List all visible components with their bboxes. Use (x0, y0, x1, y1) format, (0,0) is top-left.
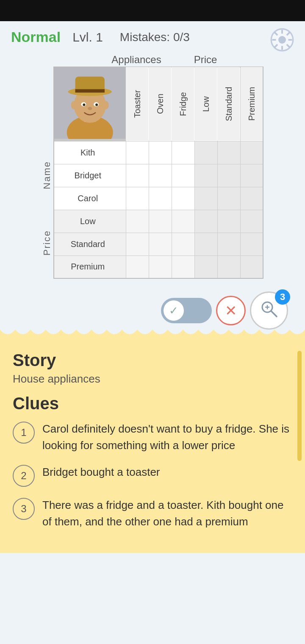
grid-cell[interactable] (172, 187, 194, 210)
grid-cell[interactable] (126, 233, 149, 255)
grid-cell-disabled (240, 164, 263, 187)
grid-cell-disabled (194, 141, 217, 164)
grid-cell-disabled (194, 233, 217, 255)
grid-cell[interactable] (126, 210, 149, 233)
clue-number-1: 1 (13, 422, 35, 444)
grid-cell[interactable] (149, 187, 172, 210)
svg-point-1 (278, 36, 286, 44)
clue-number-2: 2 (13, 465, 35, 487)
grid-cell[interactable] (172, 164, 194, 187)
hint-button[interactable]: 3 (250, 291, 288, 330)
grid-cell[interactable] (126, 164, 149, 187)
grid-cell-disabled (194, 255, 217, 278)
svg-point-23 (103, 101, 109, 109)
grid-cell-disabled (194, 187, 217, 210)
grid-cell[interactable] (172, 141, 194, 164)
check-toggle[interactable]: ✓ (161, 298, 212, 323)
grid-cell-disabled (217, 164, 240, 187)
row-header-premium: Premium (54, 255, 126, 278)
row-header-bridget: Bridget (54, 164, 126, 187)
grid-cell[interactable] (149, 210, 172, 233)
grid-cell[interactable] (172, 233, 194, 255)
story-section: Story House appliances Clues 1 Carol def… (0, 338, 305, 553)
appliances-category-header: Appliances (102, 54, 171, 66)
grid-cell-disabled (217, 141, 240, 164)
grid-cell-disabled (240, 255, 263, 278)
col-header-low: Low (194, 67, 217, 141)
settings-icon[interactable] (270, 28, 294, 52)
x-button[interactable]: ✕ (216, 296, 246, 325)
story-subtitle: House appliances (13, 372, 292, 386)
grid-cell-disabled (240, 233, 263, 255)
row-header-low: Low (54, 210, 126, 233)
svg-rect-16 (75, 89, 105, 93)
status-bar (0, 0, 305, 21)
story-title: Story (13, 351, 292, 370)
svg-point-20 (95, 103, 98, 106)
mistakes-label: Mistakes: 0/3 (120, 31, 190, 44)
grid-cell-disabled (217, 255, 240, 278)
grid-cell-disabled (217, 210, 240, 233)
clue-text-3: There was a fridge and a toaster. Kith b… (42, 497, 292, 530)
svg-line-25 (271, 311, 277, 316)
scroll-indicator[interactable] (297, 351, 302, 461)
clue-number-3: 3 (13, 498, 35, 520)
grid-cell[interactable] (149, 233, 172, 255)
clue-item-3: 3 There was a fridge and a toaster. Kith… (13, 497, 292, 530)
col-header-oven: Oven (149, 67, 172, 141)
svg-point-19 (83, 103, 85, 106)
price-axis-label: Price (42, 207, 53, 279)
column-header-row: Toaster Oven Fridge Low Standard Premium (54, 67, 263, 141)
magnifier-icon (260, 300, 278, 322)
clues-title: Clues (13, 394, 292, 413)
grid-cell-disabled (194, 210, 217, 233)
row-header-kith: Kith (54, 141, 126, 164)
grid-cell-disabled (217, 233, 240, 255)
grid-cell[interactable] (172, 255, 194, 278)
grid-cell-disabled (217, 187, 240, 210)
x-icon: ✕ (225, 302, 237, 319)
clue-text-1: Carol definitely doesn't want to buy a f… (42, 421, 292, 454)
grid-cell[interactable] (149, 141, 172, 164)
name-axis-label: Name (42, 143, 53, 207)
level-label: Lvl. 1 (72, 30, 103, 44)
grid-cell-disabled (194, 164, 217, 187)
col-header-premium: Premium (240, 67, 263, 141)
grid-cell[interactable] (126, 187, 149, 210)
svg-point-21 (88, 107, 92, 110)
price-category-header: Price (177, 54, 234, 66)
logic-grid: Toaster Oven Fridge Low Standard Premium… (53, 67, 263, 279)
row-header-standard: Standard (54, 233, 126, 255)
table-row: Bridget (54, 164, 263, 187)
grid-cell[interactable] (149, 164, 172, 187)
clue-text-2: Bridget bought a toaster (42, 464, 160, 480)
grid-cell-disabled (240, 141, 263, 164)
hint-badge: 3 (275, 289, 290, 305)
clue-item-2: 2 Bridget bought a toaster (13, 464, 292, 487)
check-icon: ✓ (164, 300, 184, 321)
svg-point-22 (71, 101, 77, 109)
difficulty-label: Normal (11, 29, 61, 45)
grid-cell[interactable] (172, 210, 194, 233)
table-row: Standard (54, 233, 263, 255)
grid-cell[interactable] (126, 141, 149, 164)
row-header-carol: Carol (54, 187, 126, 210)
grid-cell-disabled (240, 187, 263, 210)
col-header-standard: Standard (217, 67, 240, 141)
grid-cell[interactable] (126, 255, 149, 278)
table-row: Kith (54, 141, 263, 164)
grid-cell-disabled (240, 210, 263, 233)
table-row: Carol (54, 187, 263, 210)
table-row: Low (54, 210, 263, 233)
table-row: Premium (54, 255, 263, 278)
puzzle-area: Appliances Price Name Price (0, 50, 305, 287)
col-header-toaster: Toaster (126, 67, 149, 141)
avatar-cell (54, 67, 126, 141)
grid-cell[interactable] (149, 255, 172, 278)
col-header-fridge: Fridge (172, 67, 194, 141)
top-bar: Normal Lvl. 1 Mistakes: 0/3 (0, 21, 305, 50)
clue-item-1: 1 Carol definitely doesn't want to buy a… (13, 421, 292, 454)
